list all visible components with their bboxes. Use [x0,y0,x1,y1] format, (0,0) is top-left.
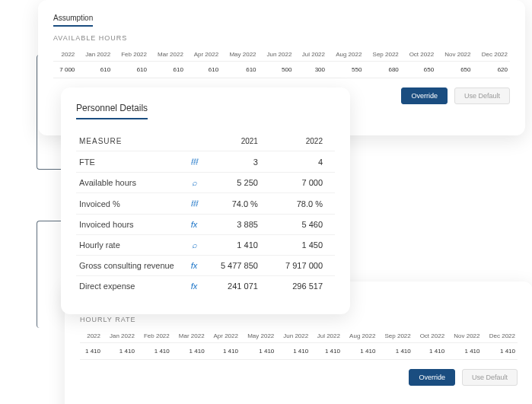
month-header: Jun 2022 [276,329,311,343]
override-button-hr[interactable]: Override [409,369,455,386]
measure-header: MEASURE [76,132,183,151]
measure-value-2021: 5 477 850 [205,256,270,276]
month-value: 300 [294,62,327,78]
month-header: 2022 [80,329,103,343]
bar-icon: 𝍖 [183,151,205,173]
month-header: Sep 2022 [364,48,400,62]
measure-value-2022: 7 917 000 [270,256,335,276]
month-header: Oct 2022 [401,48,436,62]
bar-icon: 𝍖 [183,193,205,215]
month-header: Nov 2022 [436,48,473,62]
month-header: Feb 2022 [137,329,172,343]
month-value: 1 410 [311,343,342,360]
year-2021: 2021 [205,132,270,151]
available-hours-table: 2022Jan 2022Feb 2022Mar 2022Apr 2022May … [53,48,510,78]
measure-name: Hourly rate [76,235,183,256]
month-header: Jan 2022 [103,329,137,343]
month-value: 650 [436,62,473,78]
month-value: 1 410 [276,343,311,360]
search-icon: ⌕ [183,173,205,193]
month-header: Oct 2022 [413,329,447,343]
month-value: 610 [149,62,186,78]
measure-value-2022: 296 517 [270,276,335,297]
month-header: 2022 [53,48,77,62]
month-header: Mar 2022 [172,329,207,343]
measure-name: Invoiced % [76,193,183,215]
measure-name: Invoiced hours [76,215,183,235]
measure-value-2022: 1 450 [270,235,335,256]
month-header: Mar 2022 [149,48,186,62]
measure-row: Hourly rate⌕1 4101 450 [76,235,335,256]
month-value: 1 410 [103,343,137,360]
measure-row: Direct expensefx241 071296 517 [76,276,335,297]
month-value: 610 [77,62,113,78]
measure-value-2022: 5 460 [270,215,335,235]
month-header: Sep 2022 [377,329,413,343]
fx-icon: fx [183,276,205,297]
month-value: 1 410 [483,343,518,360]
measure-value-2021: 3 885 [205,215,270,235]
connector-hourly-rate [37,221,62,328]
measure-row: FTE𝍖34 [76,151,335,173]
month-value: 1 410 [447,343,482,360]
measure-row: Invoiced %𝍖74.0 %78.0 % [76,193,335,215]
measure-value-2021: 1 410 [205,235,270,256]
measure-value-2021: 241 071 [205,276,270,297]
month-value: 680 [364,62,400,78]
month-value: 1 410 [342,343,377,360]
month-header: Aug 2022 [342,329,377,343]
month-header: Feb 2022 [113,48,149,62]
tab-assumption[interactable]: Assumption [53,11,93,27]
measure-row: Available hours⌕5 2507 000 [76,173,335,193]
month-header: Jan 2022 [77,48,113,62]
month-value: 1 410 [80,343,103,360]
month-header: Jul 2022 [311,329,342,343]
measure-value-2022: 4 [270,151,335,173]
month-header: Apr 2022 [186,48,221,62]
measure-value-2021: 3 [205,151,270,173]
month-header: Jul 2022 [294,48,327,62]
use-default-button[interactable]: Use Default [454,87,510,104]
month-header: Apr 2022 [207,329,241,343]
measure-name: Direct expense [76,276,183,297]
measure-table: MEASURE 2021 2022 FTE𝍖34Available hours⌕… [76,132,335,296]
section-title-available-hours: AVAILABLE HOURS [53,34,510,42]
month-value: 650 [401,62,436,78]
measure-value-2022: 78.0 % [270,193,335,215]
measure-row: Gross consulting revenuefx5 477 8507 917… [76,256,335,276]
measure-name: FTE [76,151,183,173]
measure-row: Invoiced hoursfx3 8855 460 [76,215,335,235]
use-default-button-hr[interactable]: Use Default [462,369,518,386]
month-header: May 2022 [221,48,258,62]
month-value: 1 410 [172,343,207,360]
month-value: 610 [113,62,149,78]
measure-value-2022: 7 000 [270,173,335,193]
fx-icon: fx [183,215,205,235]
month-value: 610 [221,62,258,78]
measure-value-2021: 74.0 % [205,193,270,215]
month-header: Jun 2022 [259,48,295,62]
month-value: 620 [473,62,511,78]
month-value: 500 [259,62,295,78]
month-value: 1 410 [137,343,172,360]
section-title-hourly-rate: HOURLY RATE [80,316,518,323]
override-button[interactable]: Override [401,87,448,104]
month-value: 1 410 [413,343,447,360]
month-header: Nov 2022 [447,329,482,343]
hourly-rate-table: 2022Jan 2022Feb 2022Mar 2022Apr 2022May … [80,329,518,360]
month-value: 550 [327,62,364,78]
month-value: 610 [186,62,221,78]
month-value: 1 410 [241,343,276,360]
measure-name: Available hours [76,173,183,193]
search-icon: ⌕ [183,235,205,256]
tab-personnel-details[interactable]: Personnel Details [76,98,148,119]
month-header: Dec 2022 [483,329,518,343]
month-header: Aug 2022 [327,48,364,62]
personnel-details-panel: Personnel Details MEASURE 2021 2022 FTE𝍖… [61,87,350,314]
measure-name: Gross consulting revenue [76,256,183,276]
month-value: 1 410 [377,343,413,360]
year-2022: 2022 [270,132,335,151]
fx-icon: fx [183,256,205,276]
month-header: Dec 2022 [473,48,511,62]
month-value: 1 410 [207,343,241,360]
